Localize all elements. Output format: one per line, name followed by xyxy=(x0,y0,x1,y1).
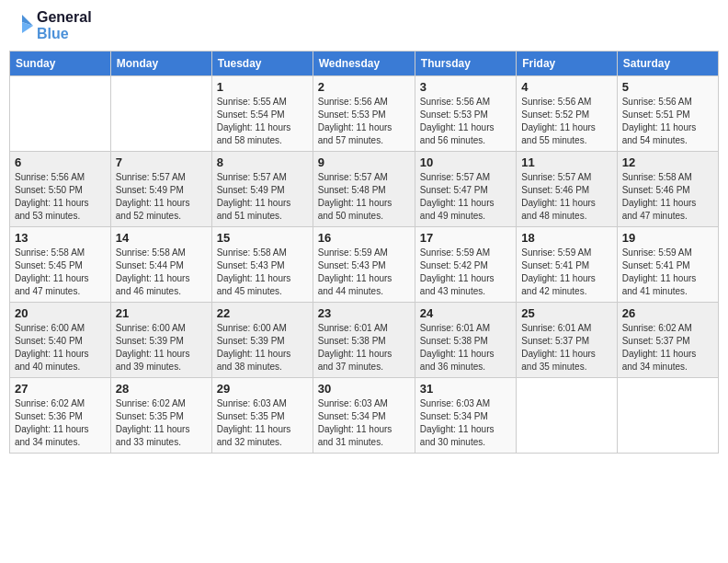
page-header: General Blue xyxy=(9,9,719,41)
day-info: Sunrise: 5:59 AMSunset: 5:41 PMDaylight:… xyxy=(521,247,611,298)
calendar-cell: 18Sunrise: 5:59 AMSunset: 5:41 PMDayligh… xyxy=(517,227,617,303)
calendar-cell: 24Sunrise: 6:01 AMSunset: 5:38 PMDayligh… xyxy=(415,303,516,378)
calendar-cell: 9Sunrise: 5:57 AMSunset: 5:48 PMDaylight… xyxy=(313,152,415,227)
calendar-cell: 31Sunrise: 6:03 AMSunset: 5:34 PMDayligh… xyxy=(415,378,516,454)
calendar-cell: 12Sunrise: 5:58 AMSunset: 5:46 PMDayligh… xyxy=(617,152,718,227)
day-info: Sunrise: 5:57 AMSunset: 5:48 PMDaylight:… xyxy=(318,171,410,223)
calendar-cell: 13Sunrise: 5:58 AMSunset: 5:45 PMDayligh… xyxy=(10,227,111,303)
weekday-header-friday: Friday xyxy=(517,52,617,76)
day-number: 11 xyxy=(521,155,611,169)
calendar-cell: 22Sunrise: 6:00 AMSunset: 5:39 PMDayligh… xyxy=(211,303,313,378)
day-info: Sunrise: 5:58 AMSunset: 5:43 PMDaylight:… xyxy=(217,247,308,298)
day-number: 30 xyxy=(318,382,410,396)
day-number: 19 xyxy=(622,231,713,245)
day-info: Sunrise: 5:56 AMSunset: 5:53 PMDaylight:… xyxy=(420,96,511,147)
day-info: Sunrise: 6:00 AMSunset: 5:40 PMDaylight:… xyxy=(15,322,106,373)
day-number: 26 xyxy=(622,306,713,320)
day-info: Sunrise: 5:59 AMSunset: 5:42 PMDaylight:… xyxy=(420,247,511,298)
calendar-cell: 8Sunrise: 5:57 AMSunset: 5:49 PMDaylight… xyxy=(211,152,313,227)
day-info: Sunrise: 5:58 AMSunset: 5:46 PMDaylight:… xyxy=(622,171,713,223)
calendar-cell: 25Sunrise: 6:01 AMSunset: 5:37 PMDayligh… xyxy=(517,303,617,378)
day-info: Sunrise: 5:59 AMSunset: 5:43 PMDaylight:… xyxy=(318,247,410,298)
calendar-cell: 23Sunrise: 6:01 AMSunset: 5:38 PMDayligh… xyxy=(313,303,415,378)
day-number: 8 xyxy=(217,155,308,169)
day-number: 27 xyxy=(15,382,106,396)
day-number: 6 xyxy=(15,155,106,169)
calendar-cell: 30Sunrise: 6:03 AMSunset: 5:34 PMDayligh… xyxy=(313,378,415,454)
calendar-cell: 26Sunrise: 6:02 AMSunset: 5:37 PMDayligh… xyxy=(617,303,718,378)
day-info: Sunrise: 5:56 AMSunset: 5:53 PMDaylight:… xyxy=(318,96,410,147)
calendar-cell: 19Sunrise: 5:59 AMSunset: 5:41 PMDayligh… xyxy=(617,227,718,303)
calendar-cell: 1Sunrise: 5:55 AMSunset: 5:54 PMDaylight… xyxy=(211,76,313,152)
calendar-cell: 16Sunrise: 5:59 AMSunset: 5:43 PMDayligh… xyxy=(313,227,415,303)
day-info: Sunrise: 6:00 AMSunset: 5:39 PMDaylight:… xyxy=(217,322,308,373)
day-number: 3 xyxy=(420,80,511,94)
day-number: 31 xyxy=(420,382,511,396)
logo-icon xyxy=(9,13,35,39)
day-number: 9 xyxy=(318,155,410,169)
calendar-cell: 27Sunrise: 6:02 AMSunset: 5:36 PMDayligh… xyxy=(10,378,111,454)
calendar-cell xyxy=(110,76,211,152)
calendar-cell: 14Sunrise: 5:58 AMSunset: 5:44 PMDayligh… xyxy=(110,227,211,303)
calendar-cell: 15Sunrise: 5:58 AMSunset: 5:43 PMDayligh… xyxy=(211,227,313,303)
day-info: Sunrise: 6:02 AMSunset: 5:36 PMDaylight:… xyxy=(15,397,106,449)
day-info: Sunrise: 6:03 AMSunset: 5:34 PMDaylight:… xyxy=(318,397,410,449)
day-number: 23 xyxy=(318,306,410,320)
logo-text-general: General xyxy=(37,9,92,26)
calendar-cell: 10Sunrise: 5:57 AMSunset: 5:47 PMDayligh… xyxy=(415,152,516,227)
day-number: 17 xyxy=(420,231,511,245)
calendar-cell: 7Sunrise: 5:57 AMSunset: 5:49 PMDaylight… xyxy=(110,152,211,227)
weekday-header-monday: Monday xyxy=(110,52,211,76)
day-number: 24 xyxy=(420,306,511,320)
day-info: Sunrise: 6:01 AMSunset: 5:37 PMDaylight:… xyxy=(521,322,611,373)
day-number: 14 xyxy=(116,231,207,245)
day-number: 2 xyxy=(318,80,410,94)
day-info: Sunrise: 5:55 AMSunset: 5:54 PMDaylight:… xyxy=(217,96,308,147)
day-number: 15 xyxy=(217,231,308,245)
weekday-header-saturday: Saturday xyxy=(617,52,718,76)
calendar-cell: 3Sunrise: 5:56 AMSunset: 5:53 PMDaylight… xyxy=(415,76,516,152)
day-info: Sunrise: 6:02 AMSunset: 5:37 PMDaylight:… xyxy=(622,322,713,373)
day-number: 28 xyxy=(116,382,207,396)
day-number: 4 xyxy=(521,80,611,94)
calendar-cell: 17Sunrise: 5:59 AMSunset: 5:42 PMDayligh… xyxy=(415,227,516,303)
day-info: Sunrise: 5:57 AMSunset: 5:49 PMDaylight:… xyxy=(116,171,207,223)
day-number: 22 xyxy=(217,306,308,320)
calendar-cell: 28Sunrise: 6:02 AMSunset: 5:35 PMDayligh… xyxy=(110,378,211,454)
day-number: 10 xyxy=(420,155,511,169)
day-info: Sunrise: 6:03 AMSunset: 5:35 PMDaylight:… xyxy=(217,397,308,449)
day-number: 13 xyxy=(15,231,106,245)
calendar-cell: 4Sunrise: 5:56 AMSunset: 5:52 PMDaylight… xyxy=(517,76,617,152)
day-info: Sunrise: 5:57 AMSunset: 5:46 PMDaylight:… xyxy=(521,171,611,223)
calendar-cell: 20Sunrise: 6:00 AMSunset: 5:40 PMDayligh… xyxy=(10,303,111,378)
day-info: Sunrise: 6:03 AMSunset: 5:34 PMDaylight:… xyxy=(420,397,511,449)
day-info: Sunrise: 5:56 AMSunset: 5:50 PMDaylight:… xyxy=(15,171,106,223)
calendar-cell xyxy=(617,378,718,454)
calendar-cell xyxy=(10,76,111,152)
calendar-cell: 6Sunrise: 5:56 AMSunset: 5:50 PMDaylight… xyxy=(10,152,111,227)
day-info: Sunrise: 5:59 AMSunset: 5:41 PMDaylight:… xyxy=(622,247,713,298)
day-info: Sunrise: 6:01 AMSunset: 5:38 PMDaylight:… xyxy=(420,322,511,373)
day-number: 12 xyxy=(622,155,713,169)
calendar-cell xyxy=(517,378,617,454)
calendar-table: SundayMondayTuesdayWednesdayThursdayFrid… xyxy=(9,51,719,454)
day-info: Sunrise: 5:56 AMSunset: 5:51 PMDaylight:… xyxy=(622,96,713,147)
day-info: Sunrise: 5:56 AMSunset: 5:52 PMDaylight:… xyxy=(521,96,611,147)
day-info: Sunrise: 5:58 AMSunset: 5:45 PMDaylight:… xyxy=(15,247,106,298)
day-number: 25 xyxy=(521,306,611,320)
day-info: Sunrise: 6:02 AMSunset: 5:35 PMDaylight:… xyxy=(116,397,207,449)
day-info: Sunrise: 5:57 AMSunset: 5:47 PMDaylight:… xyxy=(420,171,511,223)
day-number: 5 xyxy=(622,80,713,94)
day-number: 7 xyxy=(116,155,207,169)
day-info: Sunrise: 5:58 AMSunset: 5:44 PMDaylight:… xyxy=(116,247,207,298)
day-info: Sunrise: 6:00 AMSunset: 5:39 PMDaylight:… xyxy=(116,322,207,373)
day-info: Sunrise: 5:57 AMSunset: 5:49 PMDaylight:… xyxy=(217,171,308,223)
calendar-cell: 11Sunrise: 5:57 AMSunset: 5:46 PMDayligh… xyxy=(517,152,617,227)
day-info: Sunrise: 6:01 AMSunset: 5:38 PMDaylight:… xyxy=(318,322,410,373)
day-number: 1 xyxy=(217,80,308,94)
day-number: 21 xyxy=(116,306,207,320)
day-number: 29 xyxy=(217,382,308,396)
day-number: 16 xyxy=(318,231,410,245)
day-number: 18 xyxy=(521,231,611,245)
logo-text-blue: Blue xyxy=(37,26,92,42)
